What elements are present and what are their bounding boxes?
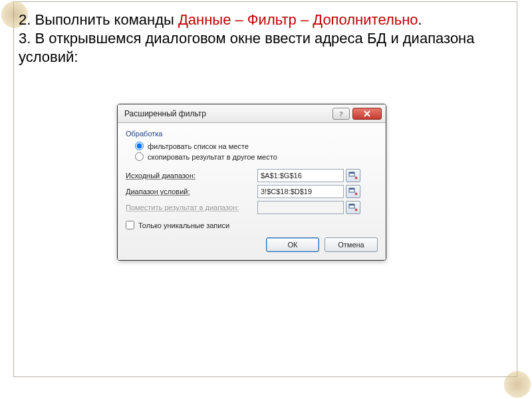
ok-button-label: ОК <box>288 241 298 249</box>
criteria-range-input[interactable] <box>257 185 344 198</box>
copy-to-range-row: Поместить результат в диапазон: <box>126 201 378 214</box>
advanced-filter-dialog: Расширенный фильтр ? Обработка фильтрова… <box>117 104 386 261</box>
criteria-range-label: Диапазон условий: <box>126 188 252 196</box>
instruction-line-1-suffix: . <box>418 11 422 28</box>
close-button[interactable] <box>352 108 382 120</box>
instruction-line-2: 3. В открывшемся диалоговом окне ввести … <box>19 30 475 65</box>
range-ref-icon <box>348 203 358 211</box>
unique-records-section: Только уникальные записи <box>126 221 378 229</box>
source-range-row: Исходный диапазон: <box>126 169 378 182</box>
help-button[interactable]: ? <box>332 108 350 120</box>
range-ref-icon <box>348 172 358 180</box>
svg-text:?: ? <box>340 110 343 118</box>
copy-to-range-ref-button[interactable] <box>346 201 360 214</box>
processing-label: Обработка <box>126 130 378 138</box>
cancel-button[interactable]: Отмена <box>325 237 378 252</box>
form-rows: Исходный диапазон: Диапазон условий: <box>126 169 378 214</box>
criteria-range-field <box>257 185 378 198</box>
radio-filter-in-place-label: фильтровать список на месте <box>148 142 249 150</box>
source-range-input[interactable] <box>257 169 344 182</box>
svg-rect-6 <box>349 188 354 190</box>
copy-to-range-field <box>257 201 378 214</box>
instruction-line-1-prefix: 2. Выполнить команды <box>19 11 178 28</box>
source-range-ref-button[interactable] <box>346 169 360 182</box>
close-icon <box>362 110 372 117</box>
svg-rect-4 <box>349 172 354 174</box>
dialog-body: Обработка фильтровать список на месте ск… <box>118 123 386 260</box>
criteria-range-ref-button[interactable] <box>346 185 360 198</box>
radio-copy-to-label: скопировать результат в другое место <box>148 153 277 161</box>
radio-copy-to-input[interactable] <box>135 152 144 161</box>
criteria-range-row: Диапазон условий: <box>126 185 378 198</box>
dialog-footer: ОК Отмена <box>126 237 378 252</box>
unique-records-checkbox[interactable] <box>126 221 134 229</box>
ok-button[interactable]: ОК <box>266 237 319 252</box>
range-ref-icon <box>348 188 358 196</box>
unique-records-label: Только уникальные записи <box>138 221 229 229</box>
radio-copy-to[interactable]: скопировать результат в другое место <box>135 152 378 161</box>
unique-records-checkbox-row[interactable]: Только уникальные записи <box>126 221 378 229</box>
dialog-title: Расширенный фильтр <box>124 109 332 118</box>
help-icon: ? <box>337 110 345 118</box>
source-range-field <box>257 169 378 182</box>
copy-to-range-input <box>257 201 344 214</box>
cancel-button-label: Отмена <box>338 241 364 249</box>
copy-to-range-label: Поместить результат в диапазон: <box>126 203 252 211</box>
svg-rect-8 <box>349 204 354 205</box>
radio-filter-in-place[interactable]: фильтровать список на месте <box>135 142 378 150</box>
radio-filter-in-place-input[interactable] <box>135 142 144 150</box>
instructions-text: 2. Выполнить команды Данные – Фильтр – Д… <box>19 11 511 66</box>
corner-decoration <box>504 371 531 398</box>
titlebar-buttons: ? <box>332 108 382 120</box>
instruction-menu-path: Данные – Фильтр – Дополнительно <box>178 11 418 28</box>
titlebar[interactable]: Расширенный фильтр ? <box>118 104 386 123</box>
source-range-label: Исходный диапазон: <box>126 172 252 180</box>
